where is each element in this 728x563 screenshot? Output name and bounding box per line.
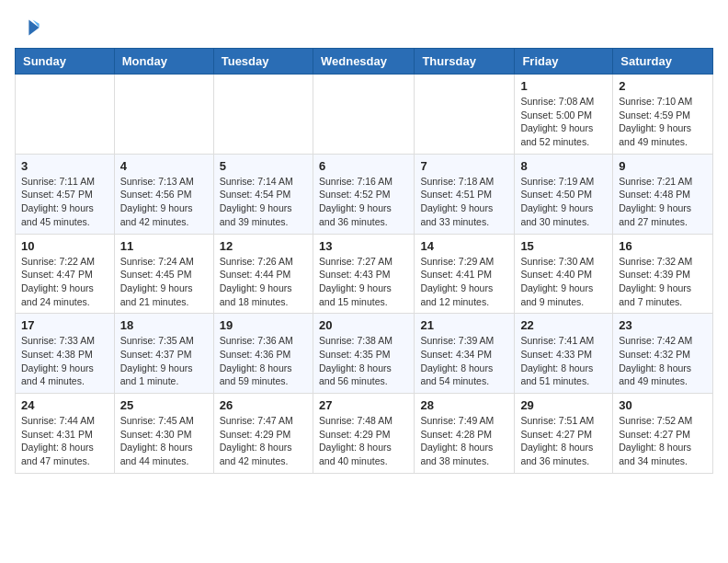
calendar-week-1: 1Sunrise: 7:08 AM Sunset: 5:00 PM Daylig… (16, 75, 713, 155)
day-number: 11 (120, 239, 208, 253)
calendar-cell: 14Sunrise: 7:29 AM Sunset: 4:41 PM Dayli… (415, 234, 515, 314)
calendar-cell: 15Sunrise: 7:30 AM Sunset: 4:40 PM Dayli… (515, 234, 613, 314)
calendar-cell: 22Sunrise: 7:41 AM Sunset: 4:33 PM Dayli… (515, 314, 613, 394)
day-info: Sunrise: 7:19 AM Sunset: 4:50 PM Dayligh… (520, 175, 607, 229)
day-info: Sunrise: 7:39 AM Sunset: 4:34 PM Dayligh… (420, 334, 508, 388)
day-number: 4 (120, 159, 208, 173)
day-info: Sunrise: 7:14 AM Sunset: 4:54 PM Dayligh… (220, 175, 307, 229)
day-number: 1 (520, 79, 607, 93)
day-number: 22 (520, 318, 607, 332)
day-info: Sunrise: 7:41 AM Sunset: 4:33 PM Dayligh… (520, 334, 607, 388)
calendar-cell: 8Sunrise: 7:19 AM Sunset: 4:50 PM Daylig… (515, 154, 613, 234)
calendar-cell (415, 75, 515, 155)
calendar-cell: 4Sunrise: 7:13 AM Sunset: 4:56 PM Daylig… (114, 154, 213, 234)
day-info: Sunrise: 7:42 AM Sunset: 4:32 PM Dayligh… (619, 334, 707, 388)
calendar-cell: 24Sunrise: 7:44 AM Sunset: 4:31 PM Dayli… (16, 394, 115, 474)
calendar-cell: 26Sunrise: 7:47 AM Sunset: 4:29 PM Dayli… (213, 394, 313, 474)
day-number: 15 (520, 239, 607, 253)
calendar-cell: 6Sunrise: 7:16 AM Sunset: 4:52 PM Daylig… (313, 154, 414, 234)
day-number: 3 (21, 159, 108, 173)
calendar-table: SundayMondayTuesdayWednesdayThursdayFrid… (15, 48, 713, 474)
day-info: Sunrise: 7:47 AM Sunset: 4:29 PM Dayligh… (220, 414, 307, 468)
day-number: 23 (619, 318, 707, 332)
calendar-cell: 13Sunrise: 7:27 AM Sunset: 4:43 PM Dayli… (313, 234, 414, 314)
day-number: 18 (120, 318, 208, 332)
day-number: 21 (420, 318, 508, 332)
day-info: Sunrise: 7:08 AM Sunset: 5:00 PM Dayligh… (520, 95, 607, 149)
day-number: 26 (220, 398, 307, 412)
day-info: Sunrise: 7:36 AM Sunset: 4:36 PM Dayligh… (220, 334, 307, 388)
calendar-cell (114, 75, 213, 155)
day-info: Sunrise: 7:32 AM Sunset: 4:39 PM Dayligh… (619, 255, 707, 309)
col-header-tuesday: Tuesday (213, 49, 313, 75)
day-number: 13 (319, 239, 408, 253)
day-number: 30 (619, 398, 707, 412)
day-number: 28 (420, 398, 508, 412)
calendar-week-5: 24Sunrise: 7:44 AM Sunset: 4:31 PM Dayli… (16, 394, 713, 474)
calendar-cell: 29Sunrise: 7:51 AM Sunset: 4:27 PM Dayli… (515, 394, 613, 474)
col-header-thursday: Thursday (415, 49, 515, 75)
calendar-week-3: 10Sunrise: 7:22 AM Sunset: 4:47 PM Dayli… (16, 234, 713, 314)
day-number: 8 (520, 159, 607, 173)
day-number: 9 (619, 159, 707, 173)
day-number: 24 (21, 398, 108, 412)
calendar-cell (16, 75, 115, 155)
day-info: Sunrise: 7:49 AM Sunset: 4:28 PM Dayligh… (420, 414, 508, 468)
col-header-friday: Friday (515, 49, 613, 75)
calendar-cell: 23Sunrise: 7:42 AM Sunset: 4:32 PM Dayli… (613, 314, 713, 394)
day-number: 12 (220, 239, 307, 253)
day-number: 7 (420, 159, 508, 173)
day-number: 16 (619, 239, 707, 253)
calendar-cell: 18Sunrise: 7:35 AM Sunset: 4:37 PM Dayli… (114, 314, 213, 394)
calendar-cell: 12Sunrise: 7:26 AM Sunset: 4:44 PM Dayli… (213, 234, 313, 314)
day-info: Sunrise: 7:30 AM Sunset: 4:40 PM Dayligh… (520, 255, 607, 309)
day-number: 6 (319, 159, 408, 173)
calendar-cell: 1Sunrise: 7:08 AM Sunset: 5:00 PM Daylig… (515, 75, 613, 155)
day-number: 25 (120, 398, 208, 412)
calendar-cell: 27Sunrise: 7:48 AM Sunset: 4:29 PM Dayli… (313, 394, 414, 474)
calendar-cell: 7Sunrise: 7:18 AM Sunset: 4:51 PM Daylig… (415, 154, 515, 234)
col-header-saturday: Saturday (613, 49, 713, 75)
calendar-cell: 5Sunrise: 7:14 AM Sunset: 4:54 PM Daylig… (213, 154, 313, 234)
calendar-cell: 20Sunrise: 7:38 AM Sunset: 4:35 PM Dayli… (313, 314, 414, 394)
day-info: Sunrise: 7:52 AM Sunset: 4:27 PM Dayligh… (619, 414, 707, 468)
calendar-week-2: 3Sunrise: 7:11 AM Sunset: 4:57 PM Daylig… (16, 154, 713, 234)
day-info: Sunrise: 7:45 AM Sunset: 4:30 PM Dayligh… (120, 414, 208, 468)
day-number: 10 (21, 239, 108, 253)
day-info: Sunrise: 7:33 AM Sunset: 4:38 PM Dayligh… (21, 334, 108, 388)
day-number: 14 (420, 239, 508, 253)
day-info: Sunrise: 7:27 AM Sunset: 4:43 PM Dayligh… (319, 255, 408, 309)
calendar-cell: 2Sunrise: 7:10 AM Sunset: 4:59 PM Daylig… (613, 75, 713, 155)
calendar-cell: 28Sunrise: 7:49 AM Sunset: 4:28 PM Dayli… (415, 394, 515, 474)
calendar-week-4: 17Sunrise: 7:33 AM Sunset: 4:38 PM Dayli… (16, 314, 713, 394)
day-info: Sunrise: 7:13 AM Sunset: 4:56 PM Dayligh… (120, 175, 208, 229)
day-number: 19 (220, 318, 307, 332)
calendar-cell: 10Sunrise: 7:22 AM Sunset: 4:47 PM Dayli… (16, 234, 115, 314)
day-number: 17 (21, 318, 108, 332)
day-info: Sunrise: 7:51 AM Sunset: 4:27 PM Dayligh… (520, 414, 607, 468)
day-info: Sunrise: 7:24 AM Sunset: 4:45 PM Dayligh… (120, 255, 208, 309)
day-info: Sunrise: 7:22 AM Sunset: 4:47 PM Dayligh… (21, 255, 108, 309)
day-info: Sunrise: 7:35 AM Sunset: 4:37 PM Dayligh… (120, 334, 208, 388)
calendar-cell: 9Sunrise: 7:21 AM Sunset: 4:48 PM Daylig… (613, 154, 713, 234)
col-header-wednesday: Wednesday (313, 49, 414, 75)
calendar-cell: 19Sunrise: 7:36 AM Sunset: 4:36 PM Dayli… (213, 314, 313, 394)
calendar-cell (213, 75, 313, 155)
logo-icon (15, 15, 40, 40)
day-info: Sunrise: 7:18 AM Sunset: 4:51 PM Dayligh… (420, 175, 508, 229)
calendar-cell (313, 75, 414, 155)
day-info: Sunrise: 7:29 AM Sunset: 4:41 PM Dayligh… (420, 255, 508, 309)
calendar-cell: 25Sunrise: 7:45 AM Sunset: 4:30 PM Dayli… (114, 394, 213, 474)
calendar-cell: 17Sunrise: 7:33 AM Sunset: 4:38 PM Dayli… (16, 314, 115, 394)
day-info: Sunrise: 7:11 AM Sunset: 4:57 PM Dayligh… (21, 175, 108, 229)
day-info: Sunrise: 7:21 AM Sunset: 4:48 PM Dayligh… (619, 175, 707, 229)
calendar-cell: 21Sunrise: 7:39 AM Sunset: 4:34 PM Dayli… (415, 314, 515, 394)
calendar-cell: 11Sunrise: 7:24 AM Sunset: 4:45 PM Dayli… (114, 234, 213, 314)
day-number: 29 (520, 398, 607, 412)
calendar-cell: 3Sunrise: 7:11 AM Sunset: 4:57 PM Daylig… (16, 154, 115, 234)
day-number: 2 (619, 79, 707, 93)
day-info: Sunrise: 7:44 AM Sunset: 4:31 PM Dayligh… (21, 414, 108, 468)
calendar-cell: 16Sunrise: 7:32 AM Sunset: 4:39 PM Dayli… (613, 234, 713, 314)
day-info: Sunrise: 7:16 AM Sunset: 4:52 PM Dayligh… (319, 175, 408, 229)
day-info: Sunrise: 7:26 AM Sunset: 4:44 PM Dayligh… (220, 255, 307, 309)
